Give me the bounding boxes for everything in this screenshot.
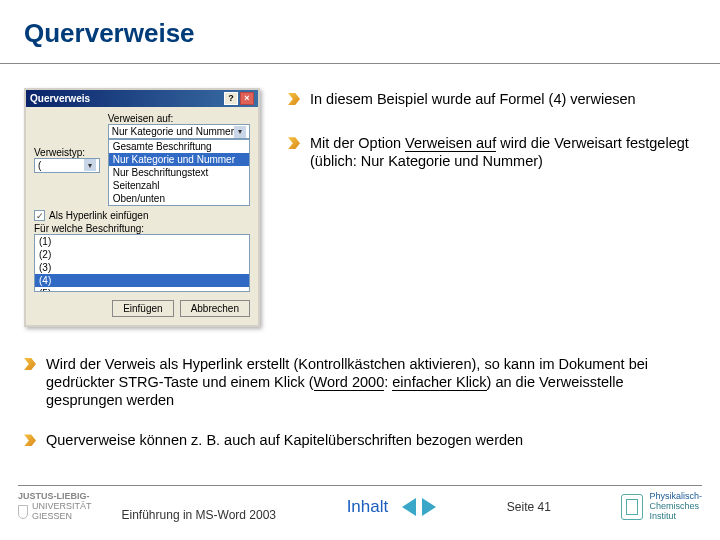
prev-slide-button[interactable] (402, 498, 416, 516)
underlined-text: Word 2000 (314, 374, 385, 391)
dialog-title: Querverweis (30, 93, 90, 104)
page-number: Seite 41 (507, 500, 551, 514)
chevron-down-icon: ▾ (84, 159, 96, 171)
institute-logo: Physikalisch- Chemisches Institut (621, 492, 702, 522)
list-item[interactable]: (2) (35, 248, 249, 261)
arrow-bullet-icon (24, 358, 36, 370)
lecture-title: Einführung in MS-Word 2003 (122, 508, 277, 522)
verweistyp-label: Verweistyp: (34, 147, 100, 158)
slide-footer: JUSTUS-LIEBIG- UNIVERSITÄT GIESSEN Einfü… (0, 479, 720, 540)
cancel-button[interactable]: Abbrechen (180, 300, 250, 317)
dropdown-option[interactable]: Seitenzahl (109, 179, 249, 192)
list-item[interactable]: (3) (35, 261, 249, 274)
flask-icon (621, 494, 643, 520)
underlined-text: einfacher Klick (392, 374, 486, 391)
bullet-text: In diesem Beispiel wurde auf Formel (4) … (310, 90, 636, 108)
bullet-text: Mit der Option Verweisen auf wird die Ve… (310, 134, 696, 170)
text-fragment: Mit der Option (310, 135, 405, 151)
list-item[interactable]: (1) (35, 235, 249, 248)
bullet-2: Mit der Option Verweisen auf wird die Ve… (288, 134, 696, 170)
help-icon[interactable]: ? (224, 92, 238, 105)
chevron-down-icon: ▾ (234, 126, 246, 138)
arrow-bullet-icon (24, 434, 36, 446)
bullet-text: Querverweise können z. B. auch auf Kapit… (46, 431, 523, 449)
checkbox-icon[interactable]: ✓ (34, 210, 45, 221)
verweisen-auf-label: Verweisen auf: (108, 113, 250, 124)
bullet-4: Querverweise können z. B. auch auf Kapit… (24, 431, 696, 449)
verweisen-auf-dropdown[interactable]: Gesamte Beschriftung Nur Kategorie und N… (108, 139, 250, 206)
shield-icon (18, 505, 28, 519)
arrow-bullet-icon (288, 93, 300, 105)
university-logo-text: JUSTUS-LIEBIG- UNIVERSITÄT GIESSEN (18, 492, 92, 522)
liste-label: Für welche Beschriftung: (34, 223, 250, 234)
uni-line: GIESSEN (32, 512, 92, 522)
bullet-1: In diesem Beispiel wurde auf Formel (4) … (288, 90, 696, 108)
inhalt-link[interactable]: Inhalt (347, 497, 389, 517)
next-slide-button[interactable] (422, 498, 436, 516)
dropdown-option[interactable]: Oben/unten (109, 192, 249, 205)
list-item[interactable]: (4) (35, 274, 249, 287)
dropdown-option[interactable]: Gesamte Beschriftung (109, 140, 249, 153)
close-icon[interactable]: × (240, 92, 254, 105)
dialog-titlebar: Querverweis ? × (26, 90, 258, 107)
hyperlink-label: Als Hyperlink einfügen (49, 210, 149, 221)
verweistyp-select[interactable]: ( ▾ (34, 158, 100, 173)
verweistyp-value: ( (38, 160, 41, 171)
verweisen-auf-value: Nur Kategorie und Nummer (112, 126, 234, 137)
bullet-3: Wird der Verweis als Hyperlink erstellt … (24, 355, 696, 409)
insert-button[interactable]: Einfügen (112, 300, 173, 317)
verweisen-auf-select[interactable]: Nur Kategorie und Nummer ▾ (108, 124, 250, 139)
list-item[interactable]: (5) (35, 287, 249, 292)
page-title: Querverweise (0, 0, 720, 59)
dropdown-option[interactable]: Nur Kategorie und Nummer (109, 153, 249, 166)
bullet-text: Wird der Verweis als Hyperlink erstellt … (46, 355, 696, 409)
footer-divider (18, 485, 702, 486)
arrow-bullet-icon (288, 137, 300, 149)
content-area: Querverweis ? × Verweistyp: ( ▾ (0, 64, 720, 450)
beschriftung-listbox[interactable]: (1) (2) (3) (4) (5) (34, 234, 250, 292)
querverweis-dialog: Querverweis ? × Verweistyp: ( ▾ (24, 88, 260, 327)
underlined-text: Verweisen auf (405, 135, 496, 152)
dropdown-option[interactable]: Nur Beschriftungstext (109, 166, 249, 179)
hyperlink-checkbox-row[interactable]: ✓ Als Hyperlink einfügen (34, 210, 250, 221)
pci-line: Institut (649, 512, 702, 522)
